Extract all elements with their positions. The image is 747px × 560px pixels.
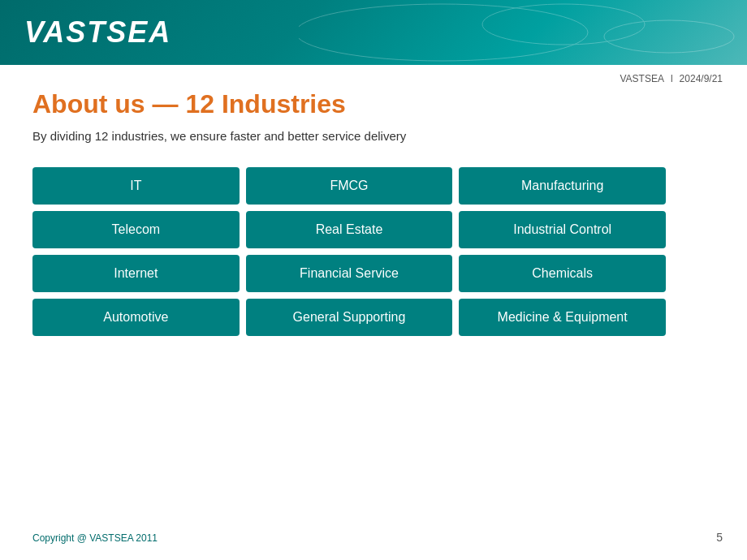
meta-line: VASTSEA l 2024/9/21: [620, 73, 723, 84]
industry-item[interactable]: Financial Service: [246, 255, 453, 292]
copyright: Copyright @ VASTSEA 2011: [32, 532, 158, 544]
industry-item[interactable]: FMCG: [246, 167, 453, 205]
industry-grid: ITFMCGManufacturingTelecomReal EstateInd…: [32, 167, 666, 336]
industry-item[interactable]: General Supporting: [246, 299, 453, 336]
meta-date: 2024/9/21: [680, 73, 723, 84]
meta-divider: l: [671, 73, 673, 84]
industry-item[interactable]: IT: [32, 167, 240, 205]
industry-item[interactable]: Real Estate: [246, 211, 453, 248]
main-content: About us — 12 Industries By dividing 12 …: [0, 65, 747, 352]
subtitle: By dividing 12 industries, we ensure fas…: [32, 129, 715, 143]
industry-item[interactable]: Internet: [32, 255, 240, 292]
header: VASTSEA: [0, 0, 747, 65]
meta-brand: VASTSEA: [620, 73, 663, 84]
industry-item[interactable]: Automotive: [32, 299, 240, 336]
footer: Copyright @ VASTSEA 2011: [32, 532, 158, 544]
page-number: 5: [716, 531, 723, 544]
map-overlay: [299, 0, 747, 65]
page-title: About us — 12 Industries: [32, 89, 715, 119]
industry-item[interactable]: Manufacturing: [459, 167, 666, 205]
industry-item[interactable]: Chemicals: [459, 255, 666, 292]
industry-item[interactable]: Telecom: [32, 211, 240, 248]
industry-item[interactable]: Industrial Control: [459, 211, 666, 248]
logo: VASTSEA: [24, 15, 171, 50]
industry-item[interactable]: Medicine & Equipment: [459, 299, 666, 336]
